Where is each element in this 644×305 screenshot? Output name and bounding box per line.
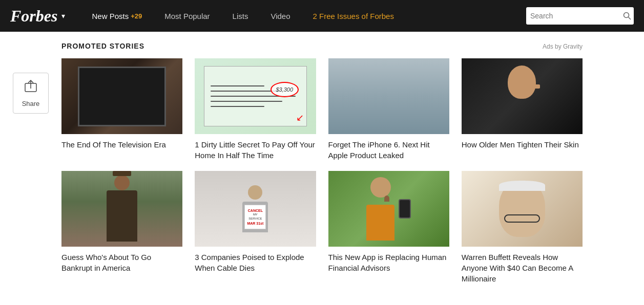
logo[interactable]: Forbes bbox=[10, 7, 57, 26]
man-outdoors-figure bbox=[107, 171, 137, 247]
share-icon bbox=[24, 79, 38, 97]
woman-figure bbox=[366, 177, 394, 241]
share-button[interactable]: Share bbox=[13, 73, 49, 114]
woman-hair bbox=[384, 195, 389, 202]
main-nav: New Posts +29 Most Popular Lists Video 2… bbox=[80, 0, 526, 32]
card-5-image bbox=[61, 171, 182, 247]
card-7-image bbox=[328, 171, 449, 247]
search-icon bbox=[623, 12, 631, 20]
card-1-title: The End Of The Television Era bbox=[61, 139, 182, 150]
nav-new-posts[interactable]: New Posts +29 bbox=[80, 0, 153, 32]
card-7-title: This New App is Replacing Human Financia… bbox=[328, 252, 449, 273]
card-2[interactable]: $3,300 ↙ 1 Dirty Little Secret To Pay Of… bbox=[195, 58, 316, 161]
man-hat bbox=[113, 171, 131, 176]
man-head bbox=[114, 175, 130, 190]
card-4[interactable]: How Older Men Tighten Their Skin bbox=[462, 58, 583, 161]
cancel-sign-text-1: CANCEL bbox=[248, 208, 263, 213]
section-header: PROMOTED STORIES Ads by Gravity bbox=[61, 42, 583, 50]
new-posts-badge: +29 bbox=[131, 12, 142, 20]
search-box bbox=[526, 7, 634, 25]
card-8-image bbox=[462, 171, 583, 247]
check-line-5 bbox=[211, 106, 264, 107]
woman-head bbox=[370, 177, 391, 198]
cancel-sign-text-2: MY SERVICE bbox=[246, 213, 264, 221]
check-line-4 bbox=[211, 101, 282, 102]
share-arrow-icon bbox=[24, 79, 38, 94]
nav-video[interactable]: Video bbox=[259, 0, 301, 32]
card-8-title: Warren Buffett Reveals How Anyone With $… bbox=[462, 252, 583, 284]
card-4-image bbox=[462, 58, 583, 134]
share-sidebar: Share bbox=[10, 73, 51, 114]
card-2-image: $3,300 ↙ bbox=[195, 58, 316, 134]
nav-lists[interactable]: Lists bbox=[221, 0, 260, 32]
cancel-sign-text-3: MAR 31st bbox=[247, 221, 263, 226]
main-content: Share PROMOTED STORIES Ads by Gravity Th… bbox=[0, 32, 644, 294]
svg-point-0 bbox=[624, 13, 629, 18]
bald-head bbox=[508, 66, 536, 99]
buffett-figure bbox=[499, 181, 545, 237]
card-5[interactable]: Guess Who's About To Go Bankrupt in Amer… bbox=[61, 171, 182, 284]
cards-grid: The End Of The Television Era $3,300 ↙ 1 bbox=[61, 58, 583, 284]
ads-label: Ads by Gravity bbox=[543, 43, 583, 50]
nav-most-popular[interactable]: Most Popular bbox=[153, 0, 221, 32]
card-6-title: 3 Companies Poised to Explode When Cable… bbox=[195, 252, 316, 273]
cancel-person-body: CANCEL MY SERVICE MAR 31st bbox=[242, 202, 268, 232]
card-8[interactable]: Warren Buffett Reveals How Anyone With $… bbox=[462, 171, 583, 284]
card-3-image bbox=[328, 58, 449, 134]
check-line-1 bbox=[211, 85, 264, 86]
buffett-head bbox=[499, 181, 545, 237]
logo-dropdown-arrow[interactable]: ▾ bbox=[61, 12, 65, 20]
card-3[interactable]: Forget The iPhone 6. Next Hit Apple Prod… bbox=[328, 58, 449, 161]
nav-new-posts-label: New Posts bbox=[92, 12, 129, 20]
phone bbox=[399, 199, 411, 219]
cancel-sign: CANCEL MY SERVICE MAR 31st bbox=[244, 205, 266, 229]
card-6[interactable]: CANCEL MY SERVICE MAR 31st 3 Companies P… bbox=[195, 171, 316, 284]
svg-line-1 bbox=[629, 17, 631, 20]
check-inner: $3,300 ↙ bbox=[204, 66, 307, 126]
man-silhouette bbox=[107, 190, 137, 242]
finger-hint bbox=[533, 84, 540, 89]
card-3-title: Forget The iPhone 6. Next Hit Apple Prod… bbox=[328, 139, 449, 161]
card-2-title: 1 Dirty Little Secret To Pay Off Your Ho… bbox=[195, 139, 316, 161]
card-1[interactable]: The End Of The Television Era bbox=[61, 58, 182, 161]
card-1-image bbox=[61, 58, 182, 134]
search-input[interactable] bbox=[530, 12, 620, 20]
buffett-glasses bbox=[504, 214, 540, 223]
woman-phone-figure bbox=[366, 177, 411, 241]
card-4-title: How Older Men Tighten Their Skin bbox=[462, 139, 583, 150]
woman-body bbox=[366, 205, 394, 241]
check-arrow: ↙ bbox=[296, 112, 304, 123]
check-amount: $3,300 bbox=[271, 82, 299, 97]
search-button[interactable] bbox=[623, 12, 631, 20]
card-5-title: Guess Who's About To Go Bankrupt in Amer… bbox=[61, 252, 182, 273]
promoted-stories-section: PROMOTED STORIES Ads by Gravity The End … bbox=[61, 42, 583, 284]
cancel-person-head bbox=[248, 185, 262, 200]
buffett-hair bbox=[499, 181, 545, 191]
nav-free-issues[interactable]: 2 Free Issues of Forbes bbox=[302, 0, 405, 32]
card-7[interactable]: This New App is Replacing Human Financia… bbox=[328, 171, 449, 284]
section-title: PROMOTED STORIES bbox=[61, 42, 144, 50]
cancel-person: CANCEL MY SERVICE MAR 31st bbox=[242, 185, 268, 232]
share-label: Share bbox=[22, 100, 40, 107]
card-6-image: CANCEL MY SERVICE MAR 31st bbox=[195, 171, 316, 247]
bald-man-figure bbox=[502, 66, 543, 127]
header: Forbes ▾ New Posts +29 Most Popular List… bbox=[0, 0, 644, 32]
